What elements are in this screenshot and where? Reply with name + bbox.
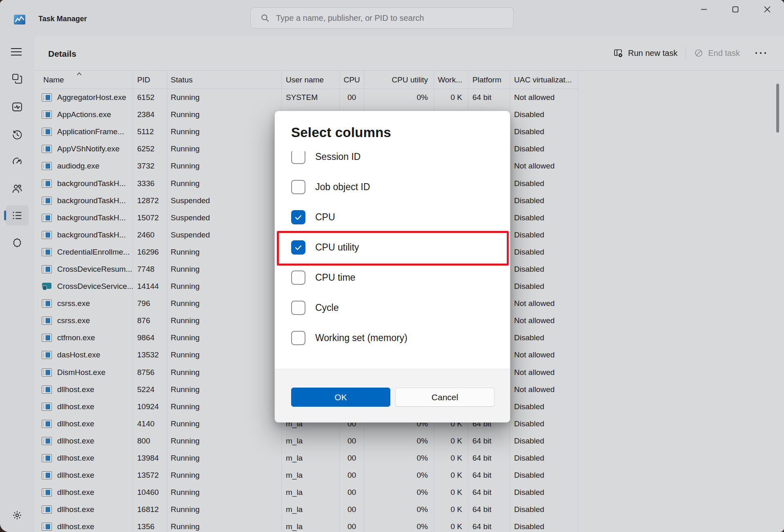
table-row[interactable]: AggregatorHost.exe 6152 Running SYSTEM 0… xyxy=(41,89,578,106)
app-process-icon xyxy=(42,317,52,325)
close-button[interactable] xyxy=(756,0,779,19)
table-row[interactable]: dllhost.exe 16812 Running m_la 00 0% 0 K… xyxy=(41,501,578,518)
column-header-cpu-utility[interactable]: CPU utility xyxy=(364,71,434,89)
checkbox-unchecked[interactable] xyxy=(291,301,305,315)
sidebar-item-details[interactable] xyxy=(6,205,29,226)
end-task-label: End task xyxy=(708,49,740,58)
app-process-icon xyxy=(42,351,52,359)
sidebar-item-performance[interactable] xyxy=(6,97,29,117)
app-process-icon xyxy=(42,180,52,188)
dot xyxy=(760,52,762,54)
sidebar-item-users[interactable] xyxy=(6,178,29,199)
app-process-icon xyxy=(42,214,52,222)
column-header-name[interactable]: Name xyxy=(41,71,133,89)
app-title: Task Manager xyxy=(38,0,87,36)
vertical-scrollbar-thumb[interactable] xyxy=(776,84,779,133)
column-option-session-id[interactable]: Session ID xyxy=(291,151,494,172)
run-new-task-label: Run new task xyxy=(628,49,677,58)
app-process-icon xyxy=(42,299,52,308)
column-option-label: Cycle xyxy=(315,302,339,313)
column-option-cpu-time[interactable]: CPU time xyxy=(291,262,494,293)
column-header-status[interactable]: Status xyxy=(167,71,282,89)
column-option-working-set-memory[interactable]: Working set (memory) xyxy=(291,323,494,353)
column-header-cpu[interactable]: CPU xyxy=(340,71,364,89)
details-list-icon xyxy=(12,210,22,221)
column-option-cpu-utility[interactable]: CPU utility xyxy=(291,232,494,262)
app-process-icon xyxy=(42,437,52,445)
ok-button[interactable]: OK xyxy=(291,388,390,407)
app-process-icon xyxy=(42,403,52,411)
column-option-cycle[interactable]: Cycle xyxy=(291,293,494,323)
column-option-label: Working set (memory) xyxy=(315,332,408,344)
checkbox-checked[interactable] xyxy=(291,210,305,224)
run-new-task-button[interactable]: Run new task xyxy=(605,44,686,62)
table-header: NamePIDStatusUser nameCPUCPU utilityWork… xyxy=(41,71,578,89)
app-process-icon xyxy=(42,162,52,170)
column-option-label: CPU utility xyxy=(315,242,359,253)
app-process-icon xyxy=(42,231,52,239)
sort-ascending-caret-icon xyxy=(76,72,82,76)
app-process-icon xyxy=(42,420,52,428)
app-process-icon xyxy=(42,265,52,273)
column-option-label: Job object ID xyxy=(315,182,370,193)
checkbox-unchecked[interactable] xyxy=(291,151,305,164)
app-process-icon xyxy=(42,454,52,462)
column-option-label: CPU time xyxy=(315,272,355,283)
app-process-icon xyxy=(42,111,52,119)
dialog-title: Select columns xyxy=(291,125,391,140)
sidebar-item-app-history[interactable] xyxy=(6,125,29,145)
titlebar: Task Manager xyxy=(0,0,784,36)
checkbox-unchecked[interactable] xyxy=(291,180,305,194)
dialog-footer: OK Cancel xyxy=(275,369,510,422)
table-row[interactable]: dllhost.exe 13984 Running m_la 00 0% 0 K… xyxy=(41,450,578,467)
sidebar-item-menu[interactable] xyxy=(9,46,24,58)
checkbox-unchecked[interactable] xyxy=(291,331,305,345)
settings-gear-icon xyxy=(12,510,22,521)
table-row[interactable]: dllhost.exe 800 Running m_la 00 0% 0 K 6… xyxy=(41,432,578,450)
details-toolbar: Details Run new task xyxy=(34,36,784,70)
cancel-button[interactable]: Cancel xyxy=(395,388,494,407)
end-task-icon xyxy=(694,49,703,58)
sidebar-item-startup-apps[interactable] xyxy=(6,151,29,172)
column-option-label: Session ID xyxy=(315,151,361,162)
column-option-job-object-id[interactable]: Job object ID xyxy=(291,172,494,202)
minimize-button[interactable] xyxy=(693,0,715,19)
table-row[interactable]: dllhost.exe 13572 Running m_la 00 0% 0 K… xyxy=(41,467,578,484)
select-columns-dialog: Select columns Session ID Job object ID … xyxy=(274,111,510,423)
app-process-icon xyxy=(42,334,52,342)
app-process-icon xyxy=(42,197,52,205)
column-header-work[interactable]: Work... xyxy=(434,71,468,89)
column-option-cpu[interactable]: CPU xyxy=(291,202,494,232)
table-row[interactable]: dllhost.exe 1356 Running m_la 00 0% 0 K … xyxy=(41,518,578,532)
app-history-icon xyxy=(12,130,22,140)
column-header-user-name[interactable]: User name xyxy=(282,71,340,89)
toolbar-divider xyxy=(34,70,784,71)
checkbox-unchecked[interactable] xyxy=(291,270,305,285)
more-options-button[interactable] xyxy=(748,44,773,62)
sidebar-item-services[interactable] xyxy=(6,232,29,253)
sidebar-item-settings[interactable] xyxy=(6,505,29,525)
hamburger-icon xyxy=(10,47,23,57)
app-process-icon xyxy=(42,523,52,531)
app-process-icon xyxy=(42,386,52,394)
app-process-icon xyxy=(42,145,52,153)
app-process-icon xyxy=(42,128,52,136)
column-header-pid[interactable]: PID xyxy=(133,71,167,89)
sidebar xyxy=(0,36,34,532)
device-process-icon xyxy=(42,282,52,290)
users-icon xyxy=(12,183,22,194)
table-row[interactable]: dllhost.exe 10460 Running m_la 00 0% 0 K… xyxy=(41,484,578,501)
checkbox-checked[interactable] xyxy=(291,240,305,255)
end-task-button[interactable]: End task xyxy=(686,44,748,62)
maximize-button[interactable] xyxy=(724,0,747,19)
services-icon xyxy=(12,237,22,248)
startup-apps-icon xyxy=(12,156,22,167)
sidebar-item-processes[interactable] xyxy=(6,69,29,89)
run-new-task-icon xyxy=(613,48,623,58)
column-header-platform[interactable]: Platform xyxy=(468,71,510,89)
column-header-uac-virtualizat[interactable]: UAC virtualizat... xyxy=(510,71,578,89)
performance-icon xyxy=(12,102,22,112)
search-input[interactable] xyxy=(275,13,513,23)
app-process-icon xyxy=(42,93,52,102)
search-box[interactable] xyxy=(250,7,514,29)
